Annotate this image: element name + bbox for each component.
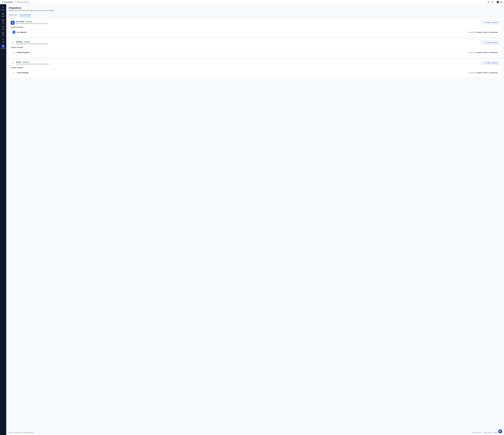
clickup-logo-icon [12, 51, 15, 54]
pencil-icon [483, 62, 484, 64]
sidebar-item-label: Explore [2, 16, 5, 17]
integration-name: ClickUp [16, 41, 22, 43]
crosshair-icon [15, 1, 16, 3]
project-name: Asana Integration [17, 72, 29, 73]
project-connected-info: Connected on October 20, 2024 by Jan Mee… [468, 32, 498, 33]
sidebar-item-explore[interactable]: Explore [0, 12, 6, 17]
sidebar-item-assets[interactable]: Assets [0, 31, 6, 37]
checklist-icon [2, 39, 4, 41]
brand-name: accessFlow [4, 1, 12, 3]
integration-card-asana: Asana Connected Sync accessFlow issues w… [9, 59, 502, 78]
compass-icon [2, 13, 4, 15]
notifications-button[interactable] [491, 1, 493, 3]
image-icon [2, 32, 4, 34]
svg-point-13 [2, 27, 3, 27]
svg-point-22 [13, 63, 13, 64]
chat-fab[interactable] [498, 429, 502, 433]
svg-point-21 [12, 63, 12, 64]
sidebar-item-label: Dashboard [1, 9, 5, 10]
configure-integration-button[interactable]: Configure Integration [481, 21, 500, 24]
page-title: Integrations [9, 7, 502, 9]
pencil-icon [483, 42, 484, 44]
asana-logo-icon [11, 61, 15, 65]
sidebar-item-label: Tasks [2, 42, 4, 43]
main-content: Integrations Integrate accessFlow with y… [6, 4, 504, 435]
tab-connected-tools[interactable]: Connected tools [19, 13, 31, 17]
gauge-icon [2, 7, 4, 8]
page-subtitle: Integrate accessFlow with your favorite … [9, 10, 502, 11]
svg-rect-10 [2, 20, 4, 21]
sidebar-item-label: Journeys [1, 29, 5, 30]
avatar: Jm [497, 1, 499, 3]
integration-desc: Sync accessFlow issues with tickets in y… [16, 43, 480, 44]
domain-selector[interactable]: demo.accessibe.com [14, 1, 34, 3]
configure-label: Configure Integration [485, 42, 498, 44]
user-menu[interactable]: Jm JAN [497, 1, 502, 3]
brand-mark-icon [2, 1, 3, 3]
project-name: ClickUp Integration [17, 52, 30, 53]
help-icon [487, 1, 489, 3]
svg-point-23 [14, 72, 14, 73]
plug-icon [2, 45, 4, 47]
project-count: 1 project connected [11, 67, 500, 68]
asana-logo-icon [12, 71, 15, 74]
divider [495, 1, 495, 3]
svg-point-25 [14, 73, 14, 73]
tabs: Explore tools Connected tools [9, 13, 502, 17]
footer-link-privacy[interactable]: Privacy Policy [483, 432, 491, 433]
configure-label: Configure Integration [485, 62, 498, 64]
user-short-name: JAN [500, 1, 502, 3]
chat-icon [499, 430, 501, 432]
help-button[interactable] [487, 1, 490, 3]
footer: © 2024 - accessiBe Inc. All Rights Reser… [9, 430, 502, 435]
project-row: Jira Integration Connected on October 20… [11, 29, 500, 35]
sidebar-item-pages[interactable]: Pages [0, 18, 6, 24]
pencil-icon [483, 22, 484, 23]
status-badge: Connected [22, 61, 29, 63]
project-connected-info: Connected on October 20, 2024 by Jan Mee… [468, 52, 498, 53]
svg-point-0 [15, 2, 16, 2]
integration-name: Jira Cloud [16, 21, 24, 23]
notification-dot-icon [493, 1, 493, 2]
chevron-down-icon [31, 1, 32, 3]
tab-explore-tools[interactable]: Explore tools [9, 13, 17, 17]
sidebar-item-journeys[interactable]: Journeys [0, 25, 6, 30]
sidebar-item-label: Pages [2, 22, 4, 23]
layout-icon [2, 19, 4, 21]
project-row: Asana Integration Connected on October 2… [11, 69, 500, 76]
sidebar-item-label: Integrations [1, 48, 5, 49]
project-count: 1 project connected [11, 47, 500, 48]
configure-integration-button[interactable]: Configure Integration [481, 61, 500, 65]
svg-point-20 [12, 63, 13, 63]
svg-rect-17 [2, 39, 3, 40]
sidebar: Dashboard Explore Pages Journeys Assets … [0, 4, 6, 435]
route-icon [2, 26, 4, 28]
brand-logo[interactable]: accessFlow [2, 1, 12, 3]
integration-card-jira: Jira Cloud Connected Sync accessFlow iss… [9, 19, 502, 37]
svg-point-24 [13, 73, 14, 73]
domain-value: demo.accessibe.com [17, 1, 29, 3]
footer-link-tos[interactable]: Terms of Service [472, 432, 481, 433]
project-count: 1 project connected [11, 26, 500, 28]
sidebar-item-label: Assets [2, 35, 4, 36]
sidebar-item-tasks[interactable]: Tasks [0, 38, 6, 43]
topbar: accessFlow demo.accessibe.com Jm JAN [0, 0, 504, 4]
status-badge: Connected [23, 41, 30, 43]
project-row: ClickUp Integration Connected on October… [11, 49, 500, 56]
integration-card-clickup: ClickUp Connected Sync accessFlow issues… [9, 39, 502, 58]
project-connected-info: Connected on October 20, 2024 by Jan Mee… [468, 72, 498, 73]
copyright: © 2024 - accessiBe Inc. All Rights Reser… [9, 432, 34, 433]
clickup-logo-icon [11, 41, 15, 45]
configure-integration-button[interactable]: Configure Integration [481, 41, 500, 44]
configure-label: Configure Integration [485, 22, 498, 23]
integration-name: Asana [16, 61, 21, 63]
integration-desc: Sync accessFlow issues with tasks in you… [16, 63, 480, 65]
svg-rect-15 [2, 33, 4, 34]
status-badge: Connected [25, 21, 32, 22]
sidebar-item-dashboard[interactable]: Dashboard [0, 5, 6, 11]
svg-point-14 [3, 26, 4, 26]
svg-marker-9 [3, 14, 3, 14]
project-name: Jira Integration [17, 31, 27, 33]
svg-point-8 [2, 13, 4, 15]
sidebar-item-integrations[interactable]: Integrations [0, 44, 6, 50]
